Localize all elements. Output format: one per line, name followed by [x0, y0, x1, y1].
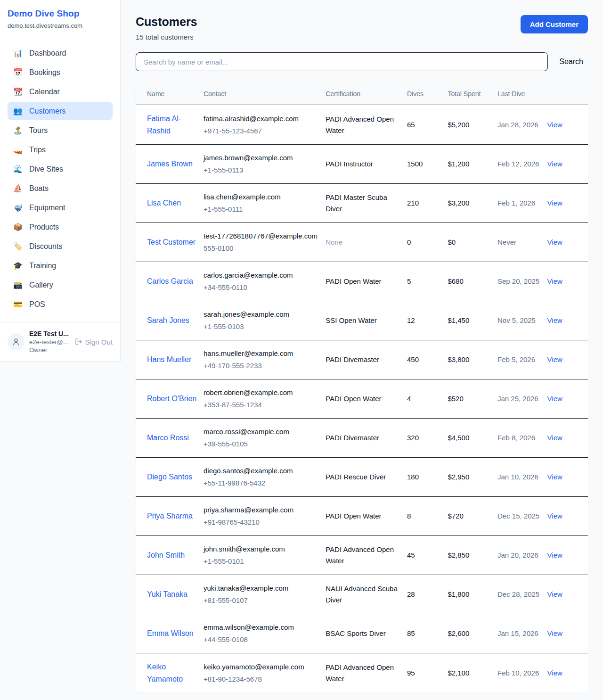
customer-total-spent: $2,600: [448, 614, 497, 653]
customer-contact-cell: james.brown@example.com +1-555-0113: [204, 145, 326, 184]
view-link[interactable]: View: [547, 355, 562, 363]
customer-certification: SSI Open Water: [326, 301, 407, 340]
customer-contact-cell: john.smith@example.com +1-555-0101: [204, 536, 326, 575]
customer-dives: 5: [407, 262, 448, 301]
sidebar-item-equipment[interactable]: 🤿Equipment: [8, 198, 113, 217]
sidebar-item-training[interactable]: 🎓Training: [8, 256, 113, 275]
sidebar-item-label: Customers: [29, 107, 65, 115]
sign-out-button[interactable]: Sign Out: [75, 338, 113, 346]
customer-name-link[interactable]: Hans Mueller: [147, 355, 191, 363]
view-link[interactable]: View: [547, 629, 562, 637]
view-link[interactable]: View: [547, 551, 562, 559]
sidebar-item-trips[interactable]: 🚤Trips: [8, 140, 113, 159]
table-row: Yuki Tanaka yuki.tanaka@example.com +81-…: [136, 575, 588, 614]
sidebar-item-label: Equipment: [29, 204, 65, 212]
sidebar-item-calendar[interactable]: 📆Calendar: [8, 82, 113, 101]
sidebar-item-label: POS: [29, 300, 45, 309]
view-link[interactable]: View: [547, 121, 562, 129]
customer-name-link[interactable]: Marco Rossi: [147, 434, 189, 442]
column-header: Dives: [407, 83, 448, 105]
customer-email: james.brown@example.com: [204, 152, 321, 164]
user-role: Owner: [29, 346, 70, 354]
sidebar-item-label: Calendar: [29, 88, 60, 96]
view-link[interactable]: View: [547, 669, 562, 677]
add-customer-button[interactable]: Add Customer: [521, 15, 588, 33]
view-link[interactable]: View: [547, 160, 562, 168]
user-icon: [12, 338, 20, 346]
customer-phone: +1-555-0113: [204, 165, 321, 176]
customer-email: robert.obrien@example.com: [204, 387, 321, 398]
customer-email: john.smith@example.com: [204, 544, 321, 555]
table-header-row: NameContactCertificationDivesTotal Spent…: [136, 83, 588, 105]
sidebar-item-dashboard[interactable]: 📊Dashboard: [8, 44, 113, 62]
view-link[interactable]: View: [547, 434, 562, 442]
customer-name-link[interactable]: Yuki Tanaka: [147, 590, 187, 598]
sidebar-item-products[interactable]: 📦Products: [8, 218, 113, 236]
sidebar-item-discounts[interactable]: 🏷️Discounts: [8, 237, 113, 255]
sidebar-item-bookings[interactable]: 📅Bookings: [8, 63, 113, 82]
sidebar-item-label: Tours: [29, 126, 48, 135]
customer-contact-cell: fatima.alrashid@example.com +971-55-123-…: [204, 105, 326, 145]
customer-name-link[interactable]: James Brown: [147, 160, 193, 168]
customer-last-dive: Jan 10, 2026: [497, 458, 547, 497]
customer-certification: PADI Open Water: [326, 379, 407, 419]
customer-name-link[interactable]: Sarah Jones: [147, 316, 189, 324]
customer-name-link[interactable]: Emma Wilson: [147, 629, 194, 637]
customer-name-link[interactable]: Keiko Yamamoto: [147, 663, 183, 683]
customer-contact-cell: lisa.chen@example.com +1-555-0111: [204, 184, 326, 223]
customer-email: lisa.chen@example.com: [204, 191, 321, 203]
customer-name-link[interactable]: Fatima Al-Rashid: [147, 115, 181, 135]
sidebar-item-dive-sites[interactable]: 🌊Dive Sites: [8, 160, 113, 178]
dashboard-icon: 📊: [13, 49, 23, 58]
view-link[interactable]: View: [547, 512, 562, 520]
sidebar-item-label: Dashboard: [29, 49, 66, 58]
dive-sites-icon: 🌊: [13, 165, 23, 173]
customer-last-dive: Dec 15, 2025: [497, 497, 547, 536]
sidebar-item-customers[interactable]: 👥Customers: [8, 102, 113, 120]
sidebar-item-pos[interactable]: 💳POS: [8, 295, 113, 313]
customer-name-link[interactable]: John Smith: [147, 551, 185, 559]
search-button[interactable]: Search: [554, 58, 588, 66]
customer-name-link[interactable]: Priya Sharma: [147, 512, 193, 520]
search-row: Search: [136, 52, 588, 71]
customer-email: fatima.alrashid@example.com: [204, 113, 321, 124]
customer-dives: 4: [407, 379, 448, 419]
column-header: Contact: [204, 83, 326, 105]
customer-certification: PADI Divemaster: [326, 340, 407, 379]
customer-phone: +353-87-555-1234: [204, 399, 321, 411]
sidebar-item-gallery[interactable]: 📸Gallery: [8, 276, 113, 294]
view-link[interactable]: View: [547, 316, 562, 324]
user-meta: E2E Test U... e2e-tester@... Owner: [29, 330, 70, 354]
table-row: Carlos Garcia carlos.garcia@example.com …: [136, 262, 588, 301]
customer-last-dive: Feb 1, 2026: [497, 184, 547, 223]
customer-certification: PADI Open Water: [326, 262, 407, 301]
customer-name-link[interactable]: Test Customer: [147, 238, 196, 246]
customers-table: NameContactCertificationDivesTotal Spent…: [136, 83, 588, 692]
view-link[interactable]: View: [547, 238, 562, 246]
customer-certification: NAUI Advanced Scuba Diver: [326, 575, 407, 614]
customer-contact-cell: yuki.tanaka@example.com +81-555-0107: [204, 575, 326, 614]
customer-dives: 85: [407, 614, 448, 653]
view-link[interactable]: View: [547, 590, 562, 598]
sidebar-item-label: Products: [29, 223, 59, 231]
view-link[interactable]: View: [547, 395, 562, 403]
sidebar-item-tours[interactable]: 🏝️Tours: [8, 121, 113, 140]
view-link[interactable]: View: [547, 473, 562, 481]
customer-phone: +44-555-0108: [204, 634, 321, 645]
sidebar-item-boats[interactable]: ⛵Boats: [8, 179, 113, 198]
customer-last-dive: Feb 8, 2026: [497, 419, 547, 458]
main-content: Customers 15 total customers Add Custome…: [121, 0, 603, 700]
customer-name-link[interactable]: Robert O'Brien: [147, 395, 196, 403]
customer-email: test-1772681807767@example.com: [204, 231, 321, 242]
column-header: Total Spent: [448, 83, 497, 105]
customer-name-link[interactable]: Diego Santos: [147, 473, 192, 481]
avatar: [8, 333, 24, 350]
shop-title[interactable]: Demo Dive Shop: [8, 8, 113, 19]
customer-certification: PADI Divemaster: [326, 419, 407, 458]
view-link[interactable]: View: [547, 199, 562, 207]
customer-name-link[interactable]: Carlos Garcia: [147, 277, 193, 285]
view-link[interactable]: View: [547, 277, 562, 285]
customer-name-link[interactable]: Lisa Chen: [147, 199, 181, 207]
customer-dives: 8: [407, 497, 448, 536]
search-input[interactable]: [136, 52, 548, 71]
